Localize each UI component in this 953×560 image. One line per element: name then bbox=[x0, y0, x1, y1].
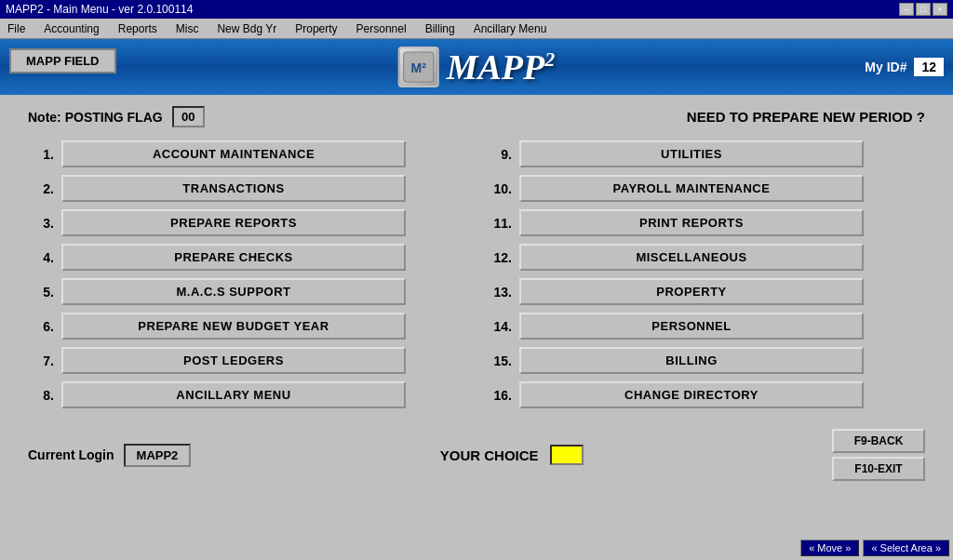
menu-number-1: 1. bbox=[28, 147, 54, 162]
my-id-label: My ID# bbox=[865, 60, 906, 74]
menu-personnel[interactable]: Personnel bbox=[353, 20, 410, 37]
action-buttons: F9-BACK F10-EXIT bbox=[832, 429, 925, 481]
svg-text:M²: M² bbox=[411, 60, 427, 75]
posting-flag-label: Note: POSTING FLAG bbox=[28, 110, 163, 125]
menu-button-prepare-reports[interactable]: PREPARE REPORTS bbox=[61, 209, 406, 236]
menu-property[interactable]: Property bbox=[291, 20, 341, 37]
menu-button-macs-support[interactable]: M.A.C.S SUPPORT bbox=[61, 278, 406, 305]
menu-number-10: 10. bbox=[486, 181, 512, 196]
menu-number-3: 3. bbox=[28, 216, 54, 231]
menu-reports[interactable]: Reports bbox=[114, 20, 161, 37]
menu-ancillary[interactable]: Ancillary Menu bbox=[470, 20, 551, 37]
menu-row: 7. POST LEDGERS bbox=[28, 347, 467, 374]
menu-button-change-directory[interactable]: CHANGE DIRECTORY bbox=[519, 381, 864, 408]
minimize-button[interactable]: – bbox=[899, 3, 914, 16]
your-choice-label: YOUR CHOICE bbox=[440, 447, 539, 463]
menu-bar: File Accounting Reports Misc New Bdg Yr … bbox=[0, 19, 953, 39]
menu-row: 10. PAYROLL MAINTENANCE bbox=[486, 175, 925, 202]
my-id-value: 12 bbox=[914, 58, 944, 76]
current-login-section: Current Login MAPP2 bbox=[28, 444, 191, 467]
menu-grid: 1. ACCOUNT MAINTENANCE 2. TRANSACTIONS 3… bbox=[28, 140, 925, 416]
close-button[interactable]: × bbox=[933, 3, 947, 16]
menu-button-utilities[interactable]: UTILITIES bbox=[519, 140, 864, 167]
menu-number-5: 5. bbox=[28, 285, 54, 300]
menu-accounting[interactable]: Accounting bbox=[40, 20, 102, 37]
menu-button-ancillary-menu[interactable]: ANCILLARY MENU bbox=[61, 381, 406, 408]
mapp-field-tab[interactable]: MAPP FIELD bbox=[9, 48, 116, 73]
menu-button-payroll-maintenance[interactable]: PAYROLL MAINTENANCE bbox=[519, 175, 864, 202]
menu-number-4: 4. bbox=[28, 250, 54, 265]
menu-button-billing[interactable]: BILLING bbox=[519, 347, 864, 374]
posting-flag-value: 00 bbox=[172, 106, 205, 127]
menu-button-miscellaneous[interactable]: MISCELLANEOUS bbox=[519, 244, 864, 271]
menu-row: 13. PROPERTY bbox=[486, 278, 925, 305]
menu-row: 16. CHANGE DIRECTORY bbox=[486, 381, 925, 408]
new-period-text: NEED TO PREPARE NEW PERIOD ? bbox=[687, 109, 925, 125]
your-choice-section: YOUR CHOICE bbox=[440, 445, 584, 465]
bottom-section: Current Login MAPP2 YOUR CHOICE F9-BACK … bbox=[28, 429, 925, 481]
menu-number-16: 16. bbox=[486, 388, 512, 403]
main-content: Note: POSTING FLAG 00 NEED TO PREPARE NE… bbox=[0, 95, 953, 492]
menu-row: 6. PREPARE NEW BUDGET YEAR bbox=[28, 313, 467, 340]
menu-number-13: 13. bbox=[486, 285, 512, 300]
menu-row: 5. M.A.C.S SUPPORT bbox=[28, 278, 467, 305]
menu-button-prepare-checks[interactable]: PREPARE CHECKS bbox=[61, 244, 406, 271]
menu-row: 3. PREPARE REPORTS bbox=[28, 209, 467, 236]
menu-button-new-budget-year[interactable]: PREPARE NEW BUDGET YEAR bbox=[61, 313, 406, 340]
posting-flag-section: Note: POSTING FLAG 00 bbox=[28, 106, 205, 127]
header-logo: M² MAPP2 bbox=[398, 47, 556, 87]
menu-row: 11. PRINT REPORTS bbox=[486, 209, 925, 236]
menu-number-8: 8. bbox=[28, 388, 54, 403]
top-info: Note: POSTING FLAG 00 NEED TO PREPARE NE… bbox=[28, 106, 925, 127]
bottom-toolbar: « Move » « Select Area » bbox=[800, 540, 949, 556]
menu-button-personnel[interactable]: PERSONNEL bbox=[519, 313, 864, 340]
menu-number-9: 9. bbox=[486, 147, 512, 162]
menu-number-7: 7. bbox=[28, 353, 54, 368]
menu-button-transactions[interactable]: TRANSACTIONS bbox=[61, 175, 406, 202]
my-id-section: My ID# 12 bbox=[865, 58, 944, 76]
left-menu-column: 1. ACCOUNT MAINTENANCE 2. TRANSACTIONS 3… bbox=[28, 140, 467, 416]
menu-row: 12. MISCELLANEOUS bbox=[486, 244, 925, 271]
menu-number-15: 15. bbox=[486, 353, 512, 368]
current-login-label: Current Login bbox=[28, 447, 114, 462]
menu-row: 9. UTILITIES bbox=[486, 140, 925, 167]
menu-number-6: 6. bbox=[28, 319, 54, 334]
menu-row: 2. TRANSACTIONS bbox=[28, 175, 467, 202]
f9-back-button[interactable]: F9-BACK bbox=[832, 429, 925, 453]
logo-text: MAPP2 bbox=[447, 47, 556, 87]
right-menu-column: 9. UTILITIES 10. PAYROLL MAINTENANCE 11.… bbox=[486, 140, 925, 416]
menu-button-post-ledgers[interactable]: POST LEDGERS bbox=[61, 347, 406, 374]
menu-button-print-reports[interactable]: PRINT REPORTS bbox=[519, 209, 864, 236]
menu-row: 4. PREPARE CHECKS bbox=[28, 244, 467, 271]
menu-number-14: 14. bbox=[486, 319, 512, 334]
select-area-button[interactable]: « Select Area » bbox=[863, 540, 949, 556]
move-button[interactable]: « Move » bbox=[800, 540, 859, 556]
menu-billing[interactable]: Billing bbox=[422, 20, 459, 37]
menu-misc[interactable]: Misc bbox=[172, 20, 203, 37]
menu-new-bdg-yr[interactable]: New Bdg Yr bbox=[213, 20, 280, 37]
title-bar: MAPP2 - Main Menu - ver 2.0.100114 – □ × bbox=[0, 0, 953, 19]
your-choice-input[interactable] bbox=[550, 445, 584, 465]
menu-row: 1. ACCOUNT MAINTENANCE bbox=[28, 140, 467, 167]
menu-button-property[interactable]: PROPERTY bbox=[519, 278, 864, 305]
window-controls[interactable]: – □ × bbox=[899, 3, 947, 16]
current-login-value: MAPP2 bbox=[124, 444, 192, 467]
title-text: MAPP2 - Main Menu - ver 2.0.100114 bbox=[6, 3, 899, 16]
menu-number-11: 11. bbox=[486, 216, 512, 231]
menu-number-12: 12. bbox=[486, 250, 512, 265]
menu-file[interactable]: File bbox=[4, 20, 29, 37]
menu-row: 8. ANCILLARY MENU bbox=[28, 381, 467, 408]
header: MAPP FIELD M² MAPP2 My ID# 12 bbox=[0, 39, 953, 95]
menu-row: 15. BILLING bbox=[486, 347, 925, 374]
menu-number-2: 2. bbox=[28, 181, 54, 196]
maximize-button[interactable]: □ bbox=[916, 3, 931, 16]
logo-icon: M² bbox=[398, 47, 439, 87]
menu-button-account-maintenance[interactable]: ACCOUNT MAINTENANCE bbox=[61, 140, 406, 167]
f10-exit-button[interactable]: F10-EXIT bbox=[832, 457, 925, 481]
menu-row: 14. PERSONNEL bbox=[486, 313, 925, 340]
